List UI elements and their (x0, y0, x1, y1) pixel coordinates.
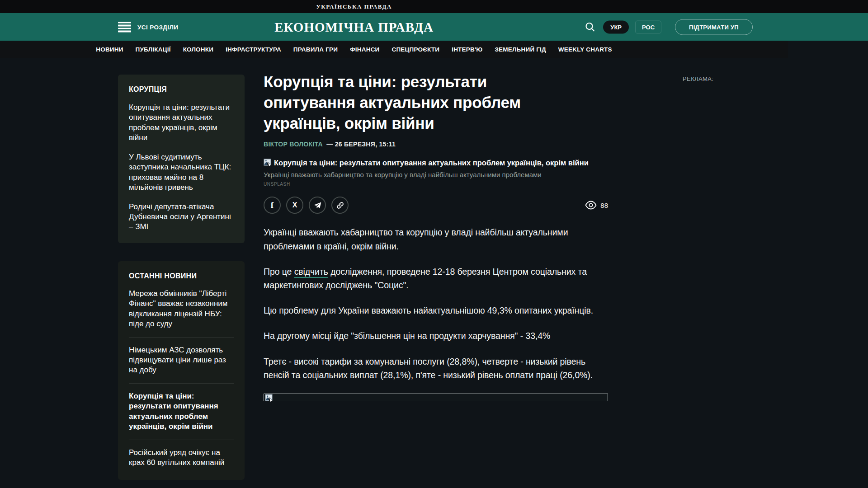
page-body: КОРУПЦІЯ Корупція та ціни: результати оп… (0, 58, 868, 488)
broken-image-placeholder: Корупція та ціни: результати опитування … (264, 159, 608, 168)
share-telegram-button[interactable] (309, 197, 326, 214)
copy-link-button[interactable] (331, 197, 349, 214)
sidebar: КОРУПЦІЯ Корупція та ціни: результати оп… (118, 75, 245, 480)
paragraph: Українці вважають хабарництво та корупці… (264, 225, 608, 253)
link-icon (336, 202, 344, 209)
nav-item-kolonky[interactable]: КОЛОНКИ (183, 46, 213, 53)
paragraph: На другому місці йде "збільшення цін на … (264, 329, 608, 343)
nav-item-weekly-charts[interactable]: WEEKLY CHARTS (558, 46, 612, 53)
menu-label: УСІ РОЗДІЛИ (137, 23, 178, 30)
nav-item-spetsproekty[interactable]: СПЕЦПРОЄКТИ (392, 46, 440, 53)
lang-toggle-ukr[interactable]: УКР (603, 20, 629, 33)
ekonomichna-pravda-logo[interactable]: ЕКОНОМІЧНА ПРАВДА (274, 19, 434, 34)
nav-item-pravyla-hry[interactable]: ПРАВИЛА ГРИ (293, 46, 338, 53)
hamburger-icon (118, 22, 131, 32)
latest-news-box: ОСТАННІ НОВИНИ Мережа обмінників "Ліберт… (118, 261, 245, 480)
article: Корупція та ціни: результати опитування … (264, 71, 608, 401)
share-row: f X 88 (264, 197, 608, 214)
article-figure: Корупція та ціни: результати опитування … (264, 159, 608, 187)
eye-icon (585, 201, 597, 210)
list-item[interactable]: Родичі депутата-втікача Дубневича осіли … (129, 202, 234, 232)
paragraph-text: Про це (264, 267, 294, 277)
author-link[interactable]: ВІКТОР ВОЛОКІТА (264, 141, 323, 148)
broken-image-icon (264, 159, 273, 167)
image-caption: Українці вважають хабарництво та корупці… (264, 171, 608, 178)
search-button[interactable] (583, 20, 597, 34)
nav-item-finansy[interactable]: ФІНАНСИ (350, 46, 379, 53)
view-count: 88 (600, 202, 608, 209)
byline: ВІКТОР ВОЛОКІТА — 26 БЕРЕЗНЯ, 15:11 (264, 141, 608, 148)
list-item-current-article[interactable]: Корупція та ціни: результати опитування … (129, 384, 234, 440)
search-icon (585, 22, 595, 33)
paragraph: Про це свідчить дослідження, проведене 1… (264, 265, 608, 292)
article-body: Українці вважають хабарництво та корупці… (264, 225, 608, 382)
facebook-icon: f (271, 200, 274, 210)
all-sections-menu[interactable]: УСІ РОЗДІЛИ (118, 22, 178, 32)
corruption-topic-box: КОРУПЦІЯ Корупція та ціни: результати оп… (118, 75, 245, 243)
nav-item-zemelnyi-hid[interactable]: ЗЕМЕЛЬНИЙ ГІД (495, 46, 546, 53)
corruption-box-title: КОРУПЦІЯ (129, 85, 234, 94)
paragraph: Цю проблему для України вважають найакту… (264, 304, 608, 317)
list-item[interactable]: Мережа обмінників "Ліберті Фінанс" вважа… (129, 281, 234, 338)
ad-label: РЕКЛАМА: (683, 75, 713, 82)
site-header: УСІ РОЗДІЛИ ЕКОНОМІЧНА ПРАВДА УКР РОС ПІ… (0, 13, 868, 41)
nav-item-infrastruktura[interactable]: ІНФРАСТРУКТУРА (226, 46, 281, 53)
share-x-button[interactable]: X (286, 197, 303, 214)
publish-date: — 26 БЕРЕЗНЯ, 15:11 (326, 141, 396, 148)
view-counter: 88 (585, 201, 608, 210)
main-nav: НОВИНИ ПУБЛІКАЦІЇ КОЛОНКИ ІНФРАСТРУКТУРА… (0, 41, 788, 58)
share-facebook-button[interactable]: f (264, 197, 281, 214)
x-twitter-icon: X (292, 201, 297, 209)
paragraph: Третє - високі тарифи за комунальні посл… (264, 355, 608, 382)
list-item[interactable]: Німецьким АЗС дозволять підвищувати ціни… (129, 338, 234, 384)
list-item[interactable]: У Львові судитимуть заступника начальник… (129, 152, 234, 193)
broken-image-icon (265, 394, 274, 403)
nav-item-publikatsii[interactable]: ПУБЛІКАЦІЇ (136, 46, 171, 53)
telegram-icon (314, 202, 321, 209)
broken-chart-image-frame (264, 394, 608, 401)
top-bar: УКРАЇНСЬКА ПРАВДА (0, 0, 868, 13)
image-alt-text: Корупція та ціни: результати опитування … (274, 159, 589, 168)
lang-toggle-ros[interactable]: РОС (635, 20, 661, 33)
list-item[interactable]: Російський уряд очікує на крах 60 вугіль… (129, 440, 234, 469)
list-item[interactable]: Корупція та ціни: результати опитування … (129, 103, 234, 143)
header-actions: УКР РОС ПІДТРИМАТИ УП (583, 19, 753, 35)
svidchyt-link[interactable]: свідчить (294, 267, 328, 278)
image-credit: UNSPLASH (264, 182, 608, 187)
support-up-button[interactable]: ПІДТРИМАТИ УП (675, 19, 753, 35)
nav-item-novyny[interactable]: НОВИНИ (96, 46, 123, 53)
ukrainska-pravda-logo[interactable]: УКРАЇНСЬКА ПРАВДА (316, 3, 392, 10)
latest-news-title: ОСТАННІ НОВИНИ (129, 272, 234, 280)
nav-item-interviu[interactable]: ІНТЕРВ'Ю (452, 46, 482, 53)
page-title: Корупція та ціни: результати опитування … (264, 71, 560, 134)
